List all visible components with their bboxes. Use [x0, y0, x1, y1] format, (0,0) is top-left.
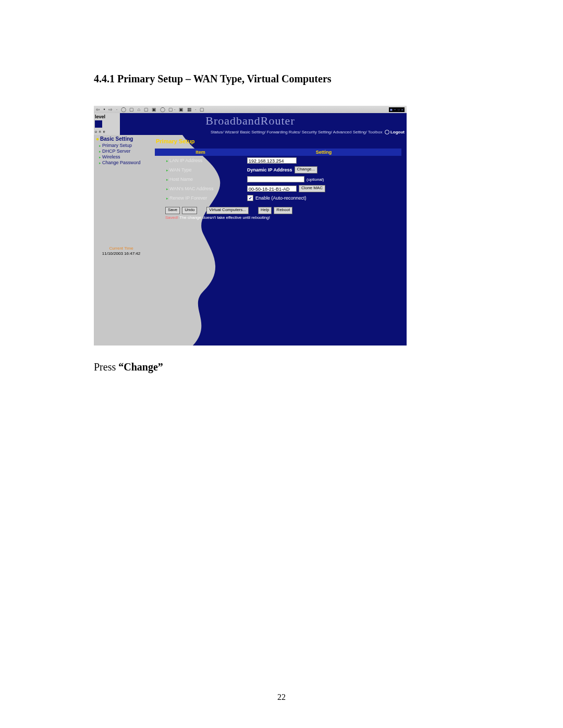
triangle-icon: ▸ [166, 178, 168, 181]
sidebar-item-change-password[interactable]: ▸Change Password [99, 160, 146, 165]
app-title: BroadbandRouter [205, 114, 295, 128]
logo: level o n e [94, 113, 120, 135]
change-button[interactable]: Change... [295, 166, 318, 174]
sidebar-item-primary-setup[interactable]: ▸Primary Setup [99, 143, 146, 148]
browser-toolbar: ⇦ • ⇨ · ◯ ▢ ⌂ ▢ ▣ ◯ ▢· ▣ ▦ · ▢ ■ − ○ × [94, 106, 407, 113]
reboot-button[interactable]: Reboot [274, 207, 292, 214]
save-note: Saved! The change doesn't take effective… [165, 215, 401, 220]
action-button-row: Save Undo Virtual Computers... Help Rebo… [165, 207, 401, 214]
nav-link[interactable]: Advanced Setting [333, 130, 366, 134]
label-wan-mac: WAN's MAC Address [169, 186, 213, 191]
current-time-value: 11/10/2003 16:47:42 [94, 251, 149, 256]
logout-icon [385, 130, 389, 134]
row-wan-mac: ▸WAN's MAC Address 00-50-18-21-B1-AD Clo… [155, 184, 401, 193]
clone-mac-button[interactable]: Clone MAC [299, 185, 325, 192]
toolbar-icons: ⇦ • ⇨ · ◯ ▢ ⌂ ▢ ▣ ◯ ▢· ▣ ▦ · ▢ [96, 107, 205, 112]
host-name-input[interactable] [247, 176, 304, 182]
section-heading: 4.4.1 Primary Setup – WAN Type, Virtual … [94, 73, 469, 85]
triangle-icon: ▸ [99, 155, 101, 159]
saved-label: Saved! [165, 215, 178, 220]
row-lan-ip: ▸LAN IP Address 192.168.123.254 [155, 156, 401, 165]
label-lan-ip: LAN IP Address [169, 158, 202, 163]
col-setting-header: Setting [246, 150, 401, 155]
enable-text: Enable (Auto-reconnect) [255, 195, 307, 201]
triangle-icon: ▸ [99, 150, 101, 153]
top-nav: Status/ Wizard/ Basic Setting/ Forwardin… [211, 130, 405, 134]
sidebar: ●Basic Setting ▸Primary Setup ▸DHCP Serv… [94, 135, 149, 346]
label-wan-type: WAN Type [169, 167, 192, 172]
sidebar-section-title: ●Basic Setting [96, 136, 146, 142]
window-controls[interactable]: ■ − ○ × [389, 107, 405, 112]
undo-button[interactable]: Undo [182, 207, 197, 214]
sidebar-item-dhcp-server[interactable]: ▸DHCP Server [99, 149, 146, 154]
content-title: Primary Setup [156, 138, 401, 144]
renew-checkbox[interactable]: ✔ [247, 195, 253, 201]
logo-text-top: level [95, 114, 119, 119]
triangle-icon: ▸ [99, 144, 101, 147]
wan-mac-input[interactable]: 00-50-18-21-B1-AD [247, 186, 297, 192]
triangle-icon: ▸ [99, 161, 101, 165]
save-button[interactable]: Save [165, 207, 180, 214]
triangle-icon: ▸ [166, 168, 168, 172]
nav-link[interactable]: Wizard [225, 130, 238, 134]
app-screenshot: ⇦ • ⇨ · ◯ ▢ ⌂ ▢ ▣ ◯ ▢· ▣ ▦ · ▢ ■ − ○ × l… [94, 106, 407, 346]
label-host-name: Host Name [169, 177, 193, 182]
row-host-name: ▸Host Name (optional) [155, 175, 401, 184]
nav-link[interactable]: Basic Setting [240, 130, 264, 134]
triangle-icon: ▸ [166, 196, 168, 200]
row-renew-ip: ▸Renew IP Forever ✔ Enable (Auto-reconne… [155, 193, 401, 203]
nav-link[interactable]: Security Setting [302, 130, 331, 134]
triangle-icon: ▸ [166, 187, 168, 191]
table-header: Item Setting [155, 149, 401, 156]
row-wan-type: ▸WAN Type Dynamic IP Address Change... [155, 165, 401, 175]
label-renew-ip: Renew IP Forever [169, 195, 207, 201]
col-item-header: Item [155, 150, 246, 155]
logo-text-bottom: o n e [95, 129, 106, 134]
lan-ip-input[interactable]: 192.168.123.254 [247, 157, 297, 164]
header-banner: level o n e BroadbandRouter Status/ Wiza… [94, 113, 407, 135]
logout-link[interactable]: Logout [390, 130, 405, 134]
help-button[interactable]: Help [258, 207, 272, 214]
virtual-computers-button[interactable]: Virtual Computers... [206, 207, 249, 214]
nav-link[interactable]: Status [211, 130, 223, 134]
optional-label: (optional) [307, 177, 324, 182]
triangle-icon: ▸ [166, 159, 168, 163]
sidebar-item-wireless[interactable]: ▸Wireless [99, 154, 146, 159]
page-number: 22 [0, 693, 563, 702]
nav-link[interactable]: Toolbox [368, 130, 383, 134]
current-time-label: Current Time [94, 246, 149, 251]
nav-link[interactable]: Forwarding Rules [267, 130, 300, 134]
wan-type-value: Dynamic IP Address [247, 167, 292, 172]
bullet-icon: ● [96, 136, 99, 142]
figure-caption: Press “Change” [94, 361, 469, 373]
content-panel: Primary Setup Item Setting ▸LAN IP Addre… [149, 135, 407, 346]
logo-icon [95, 120, 102, 128]
